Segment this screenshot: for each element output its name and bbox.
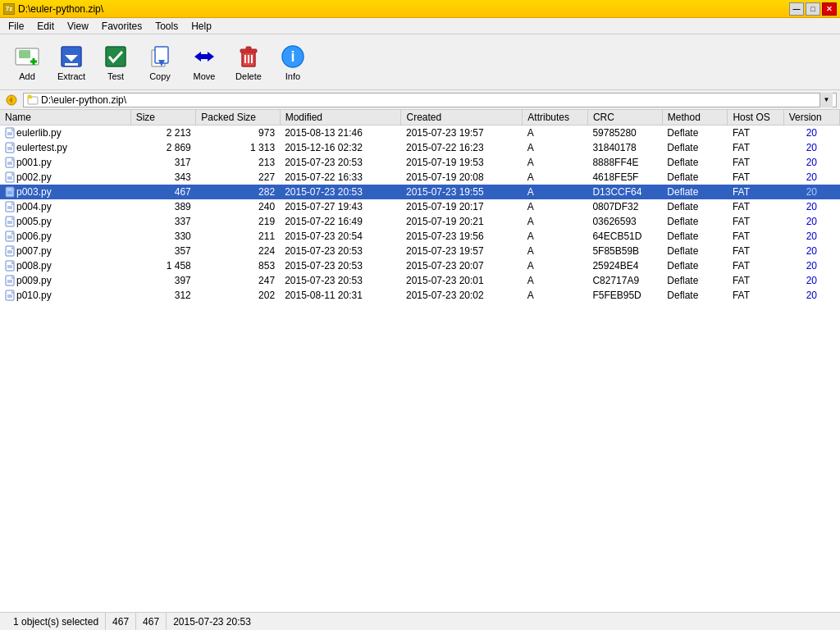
table-row[interactable]: p005.py3372192015-07-22 16:492015-07-19 … xyxy=(0,214,840,229)
toolbar-delete-button[interactable]: Delete xyxy=(228,39,269,86)
col-header-hostos[interactable]: Host OS xyxy=(728,110,783,126)
title-bar: 7z D:\euler-python.zip\ — □ ✕ xyxy=(0,0,840,18)
menu-item-file[interactable]: File xyxy=(2,19,30,34)
svg-text:i: i xyxy=(290,48,294,65)
toolbar-info-button[interactable]: iInfo xyxy=(272,39,313,86)
status-selection: 1 object(s) selected xyxy=(7,613,106,630)
toolbar: AddExtractTestCopyMoveDeleteiInfo xyxy=(0,34,840,90)
add-icon xyxy=(14,43,40,70)
close-button[interactable]: ✕ xyxy=(822,2,837,16)
info-icon: i xyxy=(280,43,306,70)
menu-item-edit[interactable]: Edit xyxy=(30,19,61,34)
toolbar-delete-label: Delete xyxy=(235,71,262,81)
toolbar-add-button[interactable]: Add xyxy=(7,39,48,86)
status-size: 467 xyxy=(106,613,136,630)
title-bar-left: 7z D:\euler-python.zip\ xyxy=(3,3,103,15)
col-header-attr[interactable]: Attributes xyxy=(523,110,588,126)
file-list-container[interactable]: Name Size Packed Size Modified Created A… xyxy=(0,110,840,612)
extract-icon xyxy=(58,43,84,70)
toolbar-test-button[interactable]: Test xyxy=(95,39,136,86)
toolbar-copy-label: Copy xyxy=(149,71,171,81)
delete-icon xyxy=(235,43,262,70)
toolbar-info-label: Info xyxy=(285,71,300,81)
table-row[interactable]: eulertest.py2 8691 3132015-12-16 02:3220… xyxy=(0,140,840,155)
col-header-created[interactable]: Created xyxy=(401,110,523,126)
toolbar-copy-button[interactable]: Copy xyxy=(139,39,180,86)
toolbar-move-button[interactable]: Move xyxy=(184,39,225,86)
table-row[interactable]: p009.py3972472015-07-23 20:532015-07-23 … xyxy=(0,273,840,288)
copy-icon xyxy=(147,43,173,70)
svg-rect-7 xyxy=(106,47,126,66)
toolbar-extract-label: Extract xyxy=(57,71,85,81)
path-input-wrapper: ▼ xyxy=(23,93,837,107)
test-icon xyxy=(103,43,129,70)
table-row[interactable]: p004.py3892402015-07-27 19:432015-07-19 … xyxy=(0,199,840,214)
maximize-button[interactable]: □ xyxy=(806,2,820,16)
table-row[interactable]: p008.py1 4588532015-07-23 20:532015-07-2… xyxy=(0,258,840,273)
svg-rect-16 xyxy=(246,47,251,50)
path-dropdown-button[interactable]: ▼ xyxy=(819,93,833,107)
app-icon: 7z xyxy=(3,3,15,15)
status-packed: 467 xyxy=(136,613,167,630)
toolbar-move-label: Move xyxy=(194,71,216,81)
file-table-header: Name Size Packed Size Modified Created A… xyxy=(0,110,840,126)
col-header-modified[interactable]: Modified xyxy=(280,110,401,126)
svg-rect-26 xyxy=(28,95,31,98)
window-title: D:\euler-python.zip\ xyxy=(18,3,103,15)
path-bar: ▼ xyxy=(0,90,840,110)
col-header-crc[interactable]: CRC xyxy=(587,110,662,126)
menu-item-view[interactable]: View xyxy=(61,19,95,34)
path-back-button[interactable] xyxy=(3,93,20,107)
menu-item-tools[interactable]: Tools xyxy=(148,19,185,34)
svg-marker-11 xyxy=(194,52,201,62)
col-header-size[interactable]: Size xyxy=(130,110,196,126)
file-table: Name Size Packed Size Modified Created A… xyxy=(0,110,840,303)
menu-item-help[interactable]: Help xyxy=(185,19,218,34)
svg-rect-1 xyxy=(19,50,30,58)
table-row[interactable]: p006.py3302112015-07-23 20:542015-07-23 … xyxy=(0,229,840,244)
menu-bar: FileEditViewFavoritesToolsHelp xyxy=(0,18,840,34)
toolbar-test-label: Test xyxy=(107,71,124,81)
col-header-packed[interactable]: Packed Size xyxy=(196,110,280,126)
svg-marker-12 xyxy=(208,52,214,62)
svg-rect-6 xyxy=(65,63,78,66)
file-table-body: eulerlib.py2 2139732015-08-13 21:462015-… xyxy=(0,126,840,303)
table-row[interactable]: p010.py3122022015-08-11 20:312015-07-23 … xyxy=(0,288,840,303)
title-controls: — □ ✕ xyxy=(789,2,837,16)
table-row[interactable]: p002.py3432272015-07-22 16:332015-07-19 … xyxy=(0,170,840,185)
table-row[interactable]: p001.py3172132015-07-23 20:532015-07-19 … xyxy=(0,155,840,170)
status-modified: 2015-07-23 20:53 xyxy=(167,613,258,630)
toolbar-extract-button[interactable]: Extract xyxy=(51,39,92,86)
table-row[interactable]: p003.py4672822015-07-23 20:532015-07-23 … xyxy=(0,185,840,199)
path-input[interactable] xyxy=(41,94,819,106)
status-bar: 1 object(s) selected 467 467 2015-07-23 … xyxy=(0,612,840,630)
table-row[interactable]: p007.py3572242015-07-23 20:532015-07-23 … xyxy=(0,244,840,258)
col-header-version[interactable]: Version xyxy=(783,110,839,126)
col-header-name[interactable]: Name xyxy=(0,110,130,126)
col-header-method[interactable]: Method xyxy=(662,110,728,126)
toolbar-add-label: Add xyxy=(19,71,35,81)
minimize-button[interactable]: — xyxy=(789,2,804,16)
table-row[interactable]: eulerlib.py2 2139732015-08-13 21:462015-… xyxy=(0,126,840,140)
move-icon xyxy=(191,43,217,70)
menu-item-favorites[interactable]: Favorites xyxy=(95,19,148,34)
svg-rect-13 xyxy=(201,54,208,59)
